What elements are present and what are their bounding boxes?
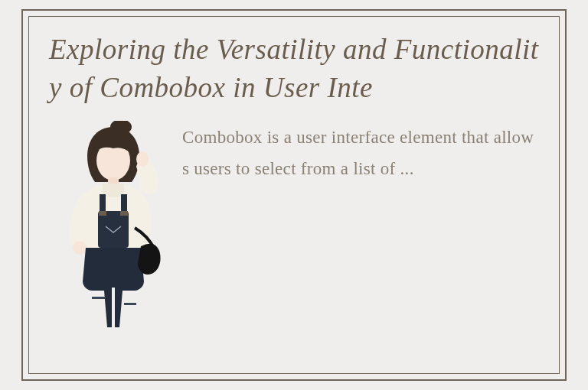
article-title: Exploring the Versatility and Functional… <box>49 31 539 107</box>
girl-illustration-icon <box>49 121 178 327</box>
svg-rect-11 <box>92 297 106 299</box>
svg-rect-8 <box>99 211 106 216</box>
svg-rect-12 <box>124 303 136 305</box>
svg-point-3 <box>136 151 149 167</box>
svg-rect-9 <box>120 211 128 216</box>
inner-frame: Exploring the Versatility and Functional… <box>28 16 560 374</box>
svg-rect-5 <box>98 211 129 248</box>
outer-frame: Exploring the Versatility and Functional… <box>21 9 567 381</box>
svg-rect-10 <box>112 288 115 327</box>
article-body: Combobox is a user interface element tha… <box>182 121 539 185</box>
svg-point-4 <box>73 241 87 255</box>
illustration-figure <box>49 121 178 327</box>
content-row: Combobox is a user interface element tha… <box>49 121 539 327</box>
